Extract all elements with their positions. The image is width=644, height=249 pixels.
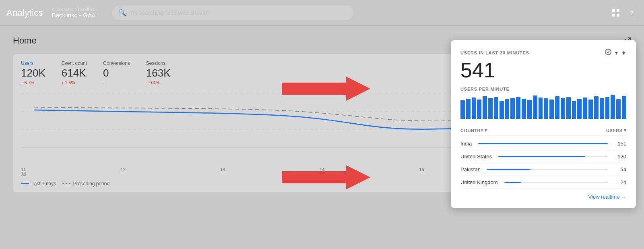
bar-item — [600, 98, 604, 119]
rt-bar-section-label: USERS PER MINUTE — [460, 87, 626, 91]
bar-item — [505, 99, 510, 119]
rt-row-bar — [498, 156, 585, 157]
rt-table-row: United Kingdom 24 — [460, 176, 626, 189]
apps-icon[interactable] — [612, 9, 620, 17]
metric-users: Users 120K ↓ 6.7% — [21, 60, 45, 85]
top-bar: Analytics All accounts > Backlinko Backl… — [0, 0, 644, 26]
bar-item — [561, 98, 565, 119]
bar-item — [500, 101, 504, 119]
bar-item — [488, 98, 493, 119]
bar-item — [522, 99, 526, 119]
legend-dashed-line — [62, 183, 70, 184]
metric-value-sessions: 163K — [146, 67, 171, 79]
bar-item — [516, 97, 520, 119]
account-selector[interactable]: All accounts > Backlinko Backlinko - GA4… — [52, 7, 99, 19]
metric-conversions: Conversions 0 - — [103, 60, 130, 85]
bar-item — [605, 97, 610, 119]
rt-row-country-label: United States — [460, 154, 492, 160]
bar-item — [472, 98, 476, 119]
metric-events: Event count 614K ↓ 1.5% — [62, 60, 87, 85]
svg-rect-2 — [612, 14, 615, 17]
metric-sessions: Sessions 163K ↓ 0.4% — [146, 60, 171, 85]
legend-item-dashed: Preceding period — [62, 181, 109, 187]
rt-row-country-label: United Kingdom — [460, 179, 498, 185]
rt-header: USERS IN LAST 30 MINUTES ▾ ✦ — [460, 48, 626, 57]
bar-item — [539, 98, 543, 119]
metric-label-conversions: Conversions — [103, 60, 130, 66]
rt-table-row: India 151 — [460, 137, 626, 150]
view-realtime-link[interactable]: View realtime → — [588, 194, 626, 200]
metric-change-sessions: ↓ 0.4% — [146, 80, 171, 85]
rt-row-users-value: 120 — [614, 154, 626, 160]
chevron-down-icon: ▾ — [97, 12, 99, 18]
bar-item — [510, 98, 515, 119]
dropdown-icon-rt[interactable]: ▾ — [615, 50, 618, 56]
bar-item — [588, 100, 593, 119]
legend-solid-line — [21, 183, 29, 184]
rt-row-users-value: 54 — [614, 166, 626, 172]
svg-rect-0 — [612, 9, 615, 12]
rt-col-country[interactable]: COUNTRY ▾ — [460, 128, 487, 133]
bar-item — [572, 101, 576, 119]
rt-table-row: Pakistan 54 — [460, 163, 626, 176]
rt-row-bar — [487, 169, 530, 170]
svg-rect-3 — [617, 14, 619, 17]
rt-col-users[interactable]: USERS ▾ — [606, 128, 626, 133]
search-bar[interactable]: 🔍 — [112, 6, 353, 20]
bar-item — [494, 97, 498, 119]
top-right-icons: ? — [612, 7, 638, 19]
metric-value-users: 120K — [21, 67, 45, 79]
rt-footer: View realtime → — [460, 194, 626, 200]
metric-change-users: ↓ 6.7% — [21, 80, 45, 85]
bar-item — [549, 100, 554, 119]
check-circle-icon[interactable] — [605, 48, 612, 57]
rt-row-bar-container — [478, 143, 608, 144]
search-icon: 🔍 — [118, 9, 126, 17]
account-name[interactable]: Backlinko - GA4 ▾ — [52, 12, 99, 19]
rt-row-country-label: India — [460, 141, 472, 147]
rt-row-bar-container — [498, 156, 608, 157]
arrow-1 — [282, 75, 370, 103]
svg-rect-1 — [617, 9, 619, 12]
rt-row-users-value: 24 — [614, 179, 626, 185]
rt-table-header: COUNTRY ▾ USERS ▾ — [460, 125, 626, 136]
rt-bar-chart — [460, 95, 626, 119]
rt-row-bar-container — [504, 182, 608, 183]
metric-label-sessions: Sessions — [146, 60, 171, 66]
bar-item — [611, 95, 615, 119]
bar-item — [544, 98, 548, 119]
arrow-2 — [282, 163, 370, 191]
legend: Last 7 days Preceding period — [21, 181, 109, 187]
metric-change-conversions: - — [103, 80, 130, 85]
search-input[interactable] — [130, 10, 347, 16]
bar-item — [583, 98, 587, 119]
account-breadcrumb: All accounts > Backlinko — [52, 7, 99, 12]
metric-label-users: Users — [21, 60, 45, 66]
rt-row-bar-container — [487, 169, 608, 170]
sparkle-icon-rt[interactable]: ✦ — [621, 49, 626, 57]
bar-item — [622, 96, 626, 119]
metric-label-events: Event count — [62, 60, 87, 66]
metric-value-events: 614K — [62, 67, 87, 79]
bar-item — [616, 99, 621, 119]
metric-change-events: ↓ 1.5% — [62, 80, 87, 85]
bar-item — [566, 97, 571, 119]
legend-item-solid: Last 7 days — [21, 181, 56, 187]
rt-table-row: United States 120 — [460, 150, 626, 163]
rt-row-bar — [504, 182, 521, 183]
bar-item — [466, 99, 471, 119]
rt-row-bar — [478, 143, 608, 144]
rt-big-number: 541 — [460, 59, 626, 82]
rt-row-country-label: Pakistan — [460, 166, 481, 172]
svg-marker-9 — [282, 165, 370, 189]
rt-title: USERS IN LAST 30 MINUTES — [460, 50, 529, 55]
bar-item — [527, 100, 532, 119]
help-icon[interactable]: ? — [626, 7, 638, 19]
x-label-11: 11 Jul — [21, 167, 26, 176]
bar-item — [577, 99, 582, 119]
rt-row-users-value: 151 — [614, 141, 626, 147]
bar-item — [483, 96, 487, 119]
rt-table-rows: India 151 United States 120 Pakistan 54 … — [460, 137, 626, 189]
svg-marker-8 — [282, 77, 370, 101]
app-logo: Analytics — [6, 8, 43, 18]
